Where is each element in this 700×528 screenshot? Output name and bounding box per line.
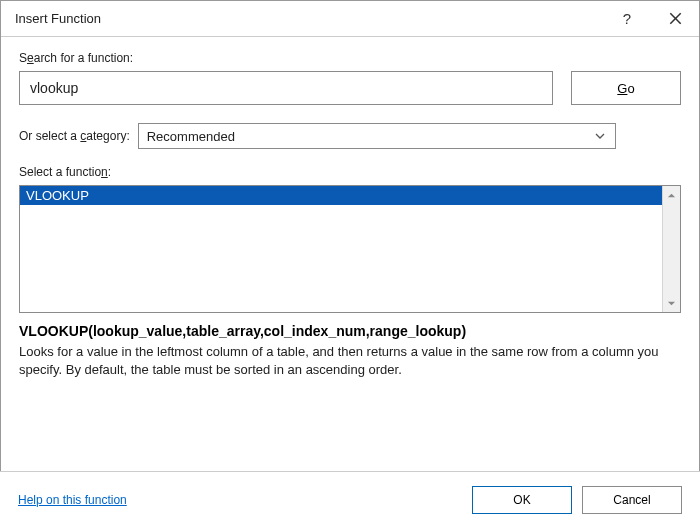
go-button[interactable]: Go bbox=[571, 71, 681, 105]
category-label: Or select a category: bbox=[19, 129, 130, 143]
function-signature: VLOOKUP(lookup_value,table_array,col_ind… bbox=[19, 323, 681, 339]
dialog-title: Insert Function bbox=[15, 11, 101, 26]
dialog-footer: Help on this function OK Cancel bbox=[0, 471, 700, 528]
scroll-up-icon[interactable] bbox=[663, 186, 680, 204]
close-button[interactable] bbox=[651, 1, 699, 36]
category-select[interactable]: Recommended bbox=[138, 123, 616, 149]
scroll-down-icon[interactable] bbox=[663, 294, 680, 312]
titlebar: Insert Function ? bbox=[1, 1, 699, 37]
footer-buttons: OK Cancel bbox=[472, 486, 682, 514]
function-description: Looks for a value in the leftmost column… bbox=[19, 343, 681, 379]
window-controls: ? bbox=[603, 1, 699, 36]
chevron-down-icon bbox=[589, 124, 611, 148]
select-function-label: Select a function: bbox=[19, 165, 681, 179]
ok-button[interactable]: OK bbox=[472, 486, 572, 514]
list-item[interactable]: VLOOKUP bbox=[20, 186, 662, 205]
category-selected-value: Recommended bbox=[147, 129, 235, 144]
search-input[interactable] bbox=[19, 71, 553, 105]
category-row: Or select a category: Recommended bbox=[19, 123, 681, 149]
search-label: Search for a function: bbox=[19, 51, 681, 65]
help-button[interactable]: ? bbox=[603, 1, 651, 36]
cancel-button[interactable]: Cancel bbox=[582, 486, 682, 514]
dialog-content: Search for a function: Go Or select a ca… bbox=[1, 37, 699, 393]
search-row: Go bbox=[19, 71, 681, 105]
listbox-inner: VLOOKUP bbox=[20, 186, 662, 312]
scrollbar[interactable] bbox=[662, 186, 680, 312]
function-listbox[interactable]: VLOOKUP bbox=[19, 185, 681, 313]
close-icon bbox=[669, 12, 682, 25]
help-link[interactable]: Help on this function bbox=[18, 493, 127, 507]
